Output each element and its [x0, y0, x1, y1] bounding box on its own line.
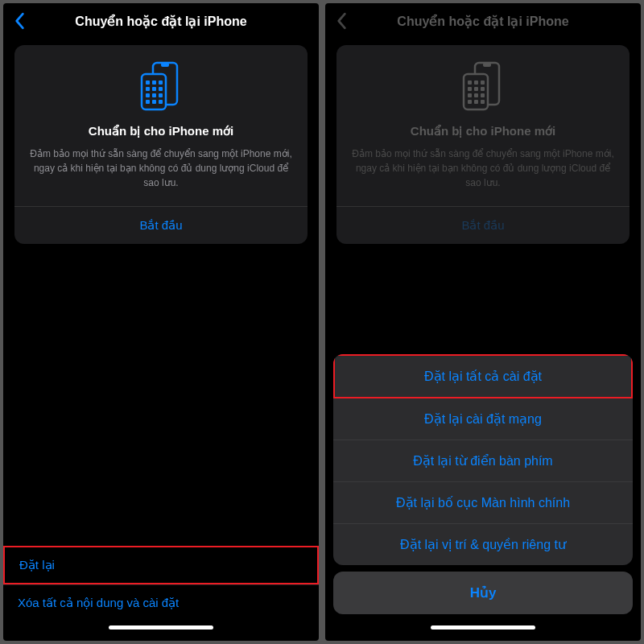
prepare-card: Chuẩn bị cho iPhone mới Đảm bảo mọi thứ …: [14, 45, 308, 244]
nav-header: Chuyển hoặc đặt lại iPhone: [3, 3, 319, 39]
svg-rect-18: [468, 80, 472, 85]
svg-rect-8: [159, 87, 163, 91]
back-button[interactable]: [332, 11, 351, 31]
card-description: Đảm bảo mọi thứ sẵn sàng để chuyển sang …: [351, 147, 615, 190]
sheet-options: Đặt lại tất cả cài đặt Đặt lại cài đặt m…: [333, 354, 633, 565]
reset-all-settings[interactable]: Đặt lại tất cả cài đặt: [333, 354, 633, 398]
nav-header: Chuyển hoặc đặt lại iPhone: [325, 3, 641, 39]
svg-rect-21: [468, 87, 472, 91]
svg-rect-26: [481, 93, 485, 97]
bottom-list: Đặt lại Xóa tất cả nội dung và cài đặt: [3, 546, 319, 641]
svg-rect-14: [159, 100, 163, 104]
reset-home-layout[interactable]: Đặt lại bố cục Màn hình chính: [333, 482, 633, 524]
home-indicator[interactable]: [431, 625, 535, 630]
back-button[interactable]: [10, 11, 29, 31]
svg-rect-5: [159, 80, 163, 85]
svg-rect-16: [483, 63, 491, 67]
svg-rect-12: [146, 100, 150, 104]
svg-rect-17: [464, 74, 488, 109]
card-title: Chuẩn bị cho iPhone mới: [29, 124, 293, 138]
phones-icon: [351, 60, 615, 111]
svg-rect-24: [468, 93, 472, 97]
svg-rect-27: [468, 100, 472, 104]
svg-rect-9: [146, 93, 150, 97]
card-body: Chuẩn bị cho iPhone mới Đảm bảo mọi thứ …: [336, 45, 630, 206]
home-indicator[interactable]: [109, 625, 213, 630]
cancel-button[interactable]: Hủy: [333, 572, 633, 614]
reset-button[interactable]: Đặt lại: [3, 546, 319, 584]
svg-rect-2: [142, 74, 166, 109]
svg-rect-6: [146, 87, 150, 91]
reset-location-privacy[interactable]: Đặt lại vị trí & quyền riêng tư: [333, 524, 633, 565]
svg-rect-20: [481, 80, 485, 85]
svg-rect-4: [152, 80, 156, 85]
screen-2: Chuyển hoặc đặt lại iPhone Chuẩn bị cho …: [325, 3, 641, 641]
svg-rect-29: [481, 100, 485, 104]
svg-rect-7: [152, 87, 156, 91]
start-button[interactable]: Bắt đầu: [14, 206, 308, 244]
svg-rect-25: [474, 93, 478, 97]
card-title: Chuẩn bị cho iPhone mới: [351, 124, 615, 138]
prepare-card: Chuẩn bị cho iPhone mới Đảm bảo mọi thứ …: [336, 45, 630, 244]
erase-button[interactable]: Xóa tất cả nội dung và cài đặt: [3, 584, 319, 621]
svg-rect-22: [474, 87, 478, 91]
svg-rect-28: [474, 100, 478, 104]
reset-network-settings[interactable]: Đặt lại cài đặt mạng: [333, 398, 633, 440]
svg-rect-13: [152, 100, 156, 104]
screen-1: Chuyển hoặc đặt lại iPhone Chuẩn bị cho …: [3, 3, 319, 641]
phones-icon: [29, 60, 293, 111]
svg-rect-23: [481, 87, 485, 91]
card-body: Chuẩn bị cho iPhone mới Đảm bảo mọi thứ …: [14, 45, 308, 206]
chevron-left-icon: [14, 12, 25, 30]
chevron-left-icon: [336, 12, 347, 30]
page-title: Chuyển hoặc đặt lại iPhone: [335, 14, 631, 29]
reset-keyboard-dictionary[interactable]: Đặt lại từ điển bàn phím: [333, 440, 633, 482]
action-sheet: Đặt lại tất cả cài đặt Đặt lại cài đặt m…: [325, 348, 641, 641]
start-button[interactable]: Bắt đầu: [336, 206, 630, 244]
svg-rect-11: [159, 93, 163, 97]
page-title: Chuyển hoặc đặt lại iPhone: [13, 14, 309, 29]
svg-rect-19: [474, 80, 478, 85]
svg-rect-3: [146, 80, 150, 85]
svg-rect-1: [161, 63, 169, 67]
svg-rect-10: [152, 93, 156, 97]
card-description: Đảm bảo mọi thứ sẵn sàng để chuyển sang …: [29, 147, 293, 190]
